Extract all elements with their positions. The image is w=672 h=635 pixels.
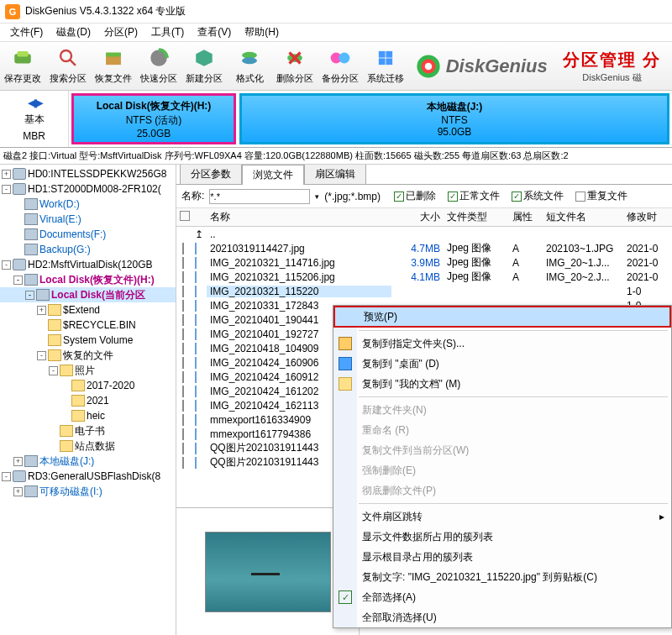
tab[interactable]: 分区参数 <box>180 165 242 184</box>
toolbar-disk-button[interactable]: 保存更改 <box>0 43 45 90</box>
dropdown-icon[interactable]: ▾ <box>315 192 319 201</box>
file-row[interactable]: 20210319114427.jpg4.7MBJpeg 图像A202103~1.… <box>176 241 672 255</box>
tree-node[interactable]: Work(D:) <box>0 197 176 212</box>
row-checkbox[interactable] <box>182 243 184 255</box>
nav-arrows-icon[interactable]: ◀▶ <box>28 96 41 109</box>
row-checkbox[interactable] <box>182 457 184 469</box>
filter-checkbox[interactable]: ✓已删除 <box>394 189 436 203</box>
context-menu-item[interactable]: 显示文件数据所占用的簇列表 <box>333 527 671 547</box>
filter-checkbox[interactable]: ✓重复文件 <box>575 189 627 203</box>
context-menu-item[interactable]: 预览(P) <box>333 306 671 328</box>
filter-checkbox[interactable]: ✓系统文件 <box>512 189 564 203</box>
file-row[interactable]: IMG_20210321_115206.jpg4.1MBJpeg 图像AIMG_… <box>176 270 672 284</box>
context-menu-item[interactable]: 文件扇区跳转▸ <box>333 506 671 527</box>
tree-node[interactable]: -RD3:GeneralUSBFlashDisk(8 <box>0 469 176 484</box>
menu-item[interactable]: 工具(T) <box>144 24 191 41</box>
row-checkbox[interactable] <box>182 328 184 340</box>
tree-node[interactable]: 2017-2020 <box>0 378 176 393</box>
tree-toggle[interactable]: - <box>13 276 23 285</box>
tree-node[interactable]: 站点数据 <box>0 438 176 454</box>
col-attr[interactable]: 属性 <box>509 210 543 224</box>
row-checkbox[interactable] <box>182 428 184 440</box>
context-menu-item[interactable]: 复制到指定文件夹(S)... <box>333 333 671 354</box>
row-checkbox[interactable] <box>182 343 184 354</box>
row-checkbox[interactable] <box>182 314 184 326</box>
context-menu-item[interactable]: 复制到 "我的文档" (M) <box>333 374 671 394</box>
tree-node[interactable]: System Volume <box>0 333 176 348</box>
menu-item[interactable]: 查看(V) <box>191 24 238 41</box>
col-type[interactable]: 文件类型 <box>444 210 509 224</box>
col-short[interactable]: 短文件名 <box>543 210 623 224</box>
file-row[interactable]: IMG_20210321_1152201-0 <box>176 284 672 298</box>
col-name[interactable]: 名称 <box>207 210 391 224</box>
file-row[interactable]: IMG_20210321_114716.jpg3.9MBJpeg 图像AIMG_… <box>176 255 672 270</box>
tree-toggle[interactable]: - <box>2 472 11 481</box>
col-mod[interactable]: 修改时 <box>623 210 672 224</box>
tree-toggle[interactable]: - <box>37 351 46 360</box>
tree-node[interactable]: 电子书 <box>0 423 176 438</box>
row-checkbox[interactable] <box>182 414 184 426</box>
tree-node[interactable]: -照片 <box>0 363 176 378</box>
tree-toggle[interactable]: + <box>13 487 23 496</box>
disk-tree[interactable]: +HD0:INTELSSDPEKKW256G8-HD1:ST2000DM008-… <box>0 165 176 635</box>
row-checkbox[interactable] <box>182 300 184 312</box>
tree-toggle[interactable]: + <box>2 170 11 179</box>
col-check[interactable] <box>176 211 192 223</box>
tree-node[interactable]: $RECYCLE.BIN <box>0 318 176 333</box>
tree-node[interactable]: 2021 <box>0 393 176 408</box>
toolbar-cube-button[interactable]: 新建分区 <box>181 43 227 90</box>
row-checkbox[interactable] <box>182 286 184 297</box>
context-menu-item[interactable]: 复制到 "桌面" (D) <box>333 354 671 374</box>
tab[interactable]: 扇区编辑 <box>304 165 366 184</box>
tree-toggle[interactable]: - <box>2 260 11 270</box>
row-checkbox[interactable] <box>182 257 184 269</box>
context-menu-item[interactable]: 显示根目录占用的簇列表 <box>333 547 671 567</box>
tree-node[interactable]: -Local Disk(当前分区 <box>0 287 176 302</box>
tree-node[interactable]: Virual(E:) <box>0 212 176 227</box>
tree-node[interactable]: -HD1:ST2000DM008-2FR102( <box>0 181 176 197</box>
tree-node[interactable]: -HD2:MsftVirtualDisk(120GB <box>0 257 176 272</box>
toolbar-spin-button[interactable]: 快速分区 <box>136 43 181 90</box>
tree-toggle[interactable]: - <box>25 291 34 300</box>
tree-node[interactable]: +$Extend <box>0 302 176 318</box>
toolbar-rings-button[interactable]: 格式化 <box>227 43 272 90</box>
tree-node[interactable]: Documents(F:) <box>0 227 176 242</box>
disk-basic-cell[interactable]: ◀▶ 基本 MBR <box>0 91 69 147</box>
toolbar-box-button[interactable]: 恢复文件 <box>91 43 136 90</box>
tree-node[interactable]: Backup(G:) <box>0 242 176 257</box>
menu-item[interactable]: 帮助(H) <box>238 24 286 41</box>
row-checkbox[interactable] <box>182 400 184 412</box>
menu-item[interactable]: 分区(P) <box>97 24 144 41</box>
filter-checkbox[interactable]: ✓正常文件 <box>448 189 500 203</box>
toolbar-orb-button[interactable]: 备份分区 <box>318 43 363 90</box>
tree-toggle[interactable]: + <box>37 306 46 315</box>
toolbar-ringx-button[interactable]: 删除分区 <box>272 43 318 90</box>
tree-toggle[interactable]: - <box>49 366 58 375</box>
tree-node[interactable]: +本地磁盘(J:) <box>0 454 176 469</box>
menu-item[interactable]: 磁盘(D) <box>50 24 97 41</box>
toolbar-grid-button[interactable]: 系统迁移 <box>363 43 408 90</box>
tree-node[interactable]: +可移动磁盘(I:) <box>0 484 176 499</box>
context-menu-item[interactable]: 全部取消选择(U) <box>333 607 671 627</box>
name-filter-input[interactable] <box>209 189 310 204</box>
row-checkbox[interactable] <box>182 371 184 383</box>
tree-node[interactable]: -恢复的文件 <box>0 348 176 363</box>
menu-item[interactable]: 文件(F) <box>3 24 50 41</box>
row-checkbox[interactable] <box>182 386 184 397</box>
tree-toggle[interactable]: - <box>2 185 11 194</box>
col-size[interactable]: 大小 <box>391 210 444 224</box>
context-menu-item[interactable]: 复制文字: "IMG_20210321_115220.jpg" 到剪贴板(C) <box>333 567 671 587</box>
tab[interactable]: 浏览文件 <box>242 165 304 185</box>
tree-node[interactable]: heic <box>0 408 176 423</box>
partition-block[interactable]: 本地磁盘(J:)NTFS95.0GB <box>239 93 669 144</box>
partition-block[interactable]: Local Disk(恢复文件)(H:)NTFS (活动)25.0GB <box>71 93 236 144</box>
context-menu-item[interactable]: ✓全部选择(A) <box>333 587 671 607</box>
row-checkbox[interactable] <box>182 271 184 283</box>
file-row[interactable]: ↥.. <box>176 227 672 241</box>
tree-node[interactable]: +HD0:INTELSSDPEKKW256G8 <box>0 166 176 181</box>
tree-node[interactable]: -Local Disk(恢复文件)(H:) <box>0 272 176 287</box>
tree-toggle[interactable]: + <box>13 457 23 466</box>
toolbar-search-button[interactable]: 搜索分区 <box>45 43 91 90</box>
row-checkbox[interactable] <box>182 357 184 369</box>
row-checkbox[interactable] <box>182 443 184 454</box>
